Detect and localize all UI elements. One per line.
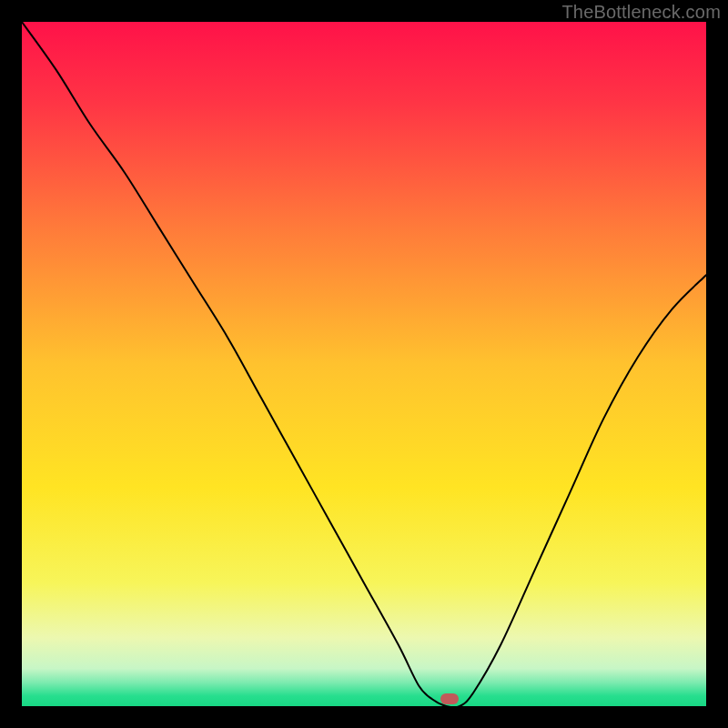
bottleneck-chart: TheBottleneck.com <box>0 0 728 728</box>
plot-area <box>22 22 706 706</box>
watermark-label: TheBottleneck.com <box>561 2 721 23</box>
optimal-marker <box>440 693 459 704</box>
bottleneck-curve <box>22 22 706 706</box>
